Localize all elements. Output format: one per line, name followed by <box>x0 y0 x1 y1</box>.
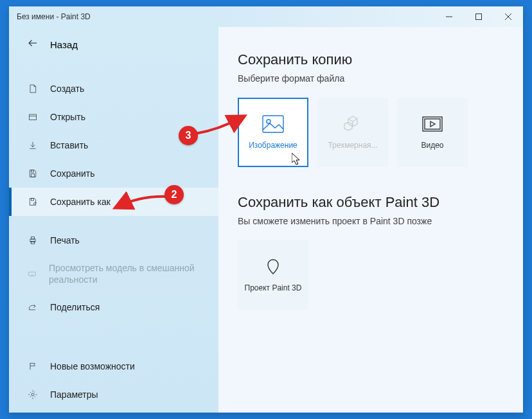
print-icon <box>27 235 39 245</box>
annotation-badge-3: 3 <box>179 126 198 145</box>
card-video[interactable]: Видео <box>397 98 468 167</box>
svg-point-17 <box>31 393 34 396</box>
svg-rect-1 <box>476 14 482 20</box>
document-icon <box>27 84 39 94</box>
svg-rect-13 <box>31 237 34 239</box>
titlebar: Без имени - Paint 3D <box>9 6 523 27</box>
svg-rect-10 <box>31 174 34 177</box>
sidebar-item-label: Печать <box>50 235 80 245</box>
svg-rect-11 <box>31 199 33 201</box>
sidebar-item-label: Просмотреть модель в смешанной реальност… <box>49 262 208 285</box>
sidebar-item-label: Сохранить <box>50 168 95 179</box>
sidebar-item-label: Сохранить как <box>50 197 111 207</box>
arrow-left-icon <box>27 37 39 51</box>
sidebar-item-label: Параметры <box>50 389 98 400</box>
card-label: Проект Paint 3D <box>242 283 305 292</box>
sidebar-item-label: Поделиться <box>50 302 100 312</box>
section-save-project-title: Сохранить как объект Paint 3D <box>238 194 504 211</box>
sidebar-item-label: Вставить <box>50 140 88 150</box>
app-window: Без имени - Paint 3D Назад Создать От <box>9 6 523 413</box>
section-save-copy-title: Сохранить копию <box>238 51 504 68</box>
maximize-button[interactable] <box>464 6 493 27</box>
sidebar-item-share[interactable]: Поделиться <box>9 293 218 321</box>
flag-icon <box>27 361 39 371</box>
card-label: Видео <box>418 141 446 150</box>
card-label: Трехмерная... <box>325 141 380 150</box>
card-3d-model[interactable]: Трехмерная... <box>317 98 388 167</box>
window-body: Назад Создать Открыть Вставить Сохранить <box>9 27 523 413</box>
format-card-row: Изображение Трехмерная... Видео <box>238 98 504 167</box>
image-icon <box>262 115 284 133</box>
download-icon <box>27 140 39 150</box>
svg-marker-22 <box>430 121 435 127</box>
folder-icon <box>27 112 39 122</box>
back-label: Назад <box>50 39 78 50</box>
save-icon <box>27 168 39 179</box>
sidebar-item-label: Открыть <box>50 112 85 122</box>
section-save-copy-subtitle: Выберите формат файла <box>238 73 504 84</box>
svg-rect-14 <box>31 241 34 244</box>
svg-rect-5 <box>30 114 37 120</box>
pin-icon <box>262 258 284 276</box>
minimize-button[interactable] <box>434 6 464 27</box>
sidebar-item-mixed-reality: Просмотреть модель в смешанной реальност… <box>9 254 218 293</box>
svg-rect-15 <box>29 272 36 276</box>
sidebar-item-new[interactable]: Создать <box>9 75 218 103</box>
sidebar-item-save[interactable]: Сохранить <box>9 159 218 188</box>
sidebar-item-save-as[interactable]: Сохранить как <box>9 188 218 216</box>
annotation-badge-2: 2 <box>164 185 184 204</box>
share-icon <box>27 302 39 312</box>
svg-rect-18 <box>263 116 283 132</box>
svg-rect-21 <box>425 119 440 129</box>
project-card-row: Проект Paint 3D <box>238 240 504 310</box>
svg-rect-9 <box>31 170 33 172</box>
content-pane: Сохранить копию Выберите формат файла Из… <box>218 27 523 413</box>
save-as-icon <box>27 197 39 207</box>
back-button[interactable]: Назад <box>9 30 218 59</box>
vr-icon <box>27 269 37 279</box>
card-label: Изображение <box>246 141 300 150</box>
sidebar: Назад Создать Открыть Вставить Сохранить <box>9 27 218 413</box>
video-icon <box>421 115 443 133</box>
svg-marker-25 <box>292 153 299 165</box>
section-save-project-subtitle: Вы сможете изменить проект в Paint 3D по… <box>238 216 504 226</box>
window-title: Без имени - Paint 3D <box>17 12 91 21</box>
gear-icon <box>27 389 39 400</box>
svg-point-19 <box>267 120 270 123</box>
window-controls <box>434 6 523 27</box>
sidebar-item-print[interactable]: Печать <box>9 226 218 254</box>
close-button[interactable] <box>493 6 523 27</box>
sidebar-item-whats-new[interactable]: Новые возможности <box>9 352 218 380</box>
card-paint3d-project[interactable]: Проект Paint 3D <box>238 240 308 310</box>
sidebar-item-label: Создать <box>50 84 84 94</box>
3d-icon <box>342 115 364 133</box>
sidebar-item-label: Новые возможности <box>50 361 135 371</box>
cursor-icon <box>292 153 302 166</box>
sidebar-item-settings[interactable]: Параметры <box>9 380 218 409</box>
